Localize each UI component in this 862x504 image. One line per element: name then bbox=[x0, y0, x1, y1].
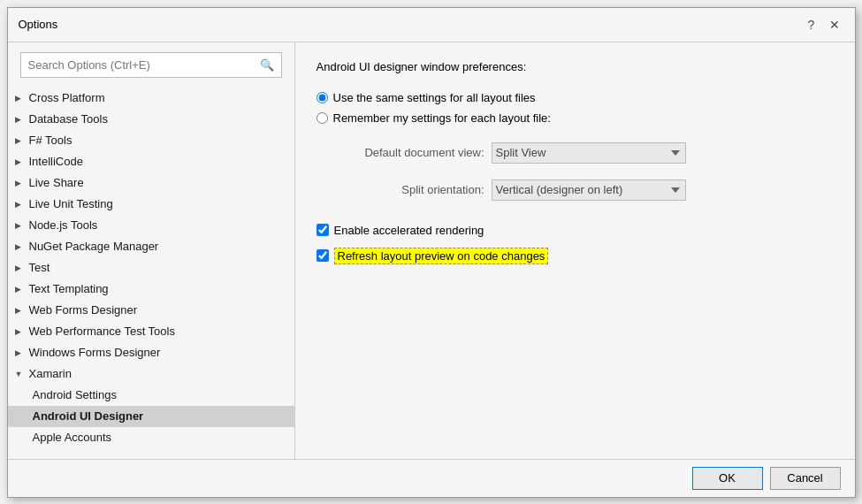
tree-item-label: Database Tools bbox=[29, 111, 108, 128]
tree-item-web-performance-test-tools[interactable]: ▶ Web Performance Test Tools bbox=[8, 321, 294, 342]
radio-item-remember-settings[interactable]: Remember my settings for each layout fil… bbox=[317, 111, 834, 125]
tree-item-label: Cross Platform bbox=[29, 89, 105, 107]
arrow-icon: ▶ bbox=[15, 132, 27, 149]
tree-item-label: Android UI Designer bbox=[33, 408, 144, 425]
title-bar-right: ? ✕ bbox=[802, 15, 844, 34]
section-title: Android UI designer window preferences: bbox=[317, 60, 834, 73]
tree-item-fsharp-tools[interactable]: ▶ F# Tools bbox=[8, 130, 294, 151]
search-input[interactable] bbox=[28, 58, 260, 72]
arrow-icon: ▶ bbox=[15, 153, 27, 171]
arrow-icon: ▶ bbox=[15, 217, 27, 234]
cancel-button[interactable]: Cancel bbox=[770, 467, 841, 490]
tree-item-web-forms-designer[interactable]: ▶ Web Forms Designer bbox=[8, 300, 294, 321]
tree-item-android-ui-designer[interactable]: Android UI Designer bbox=[8, 406, 294, 427]
radio-same-settings-label: Use the same settings for all layout fil… bbox=[333, 91, 536, 104]
tree-item-xamarin[interactable]: ▼ Xamarin bbox=[8, 363, 294, 385]
checkbox-refresh-preview[interactable] bbox=[317, 249, 329, 262]
checkbox-accelerated-rendering-label: Enable accelerated rendering bbox=[334, 224, 484, 237]
arrow-icon: ▶ bbox=[15, 344, 27, 362]
checkbox-accelerated-rendering[interactable] bbox=[317, 224, 329, 236]
dropdown-row-split-orientation: Split orientation: Vertical (designer on… bbox=[334, 179, 834, 201]
search-container: 🔍 bbox=[8, 42, 294, 88]
search-icon: 🔍 bbox=[260, 58, 274, 72]
checkbox-refresh-preview-label: Refresh layout preview on code changes bbox=[334, 248, 549, 264]
arrow-icon: ▶ bbox=[15, 111, 27, 128]
arrow-icon: ▶ bbox=[15, 259, 27, 277]
dialog-title: Options bbox=[19, 18, 58, 31]
radio-same-settings[interactable] bbox=[317, 92, 328, 103]
arrow-icon: ▶ bbox=[15, 174, 27, 192]
arrow-icon: ▶ bbox=[15, 323, 27, 340]
tree-item-label: Live Unit Testing bbox=[29, 195, 113, 213]
arrow-icon: ▶ bbox=[15, 195, 27, 213]
close-button[interactable]: ✕ bbox=[825, 15, 844, 34]
tree-item-intellicode[interactable]: ▶ IntelliCode bbox=[8, 151, 294, 172]
right-panel: Android UI designer window preferences: … bbox=[295, 42, 855, 459]
help-button[interactable]: ? bbox=[802, 15, 821, 34]
tree-item-windows-forms-designer[interactable]: ▶ Windows Forms Designer bbox=[8, 342, 294, 363]
left-panel: 🔍 ▶ Cross Platform ▶ Database Tools ▶ F#… bbox=[8, 42, 295, 459]
tree-view: ▶ Cross Platform ▶ Database Tools ▶ F# T… bbox=[8, 88, 294, 459]
tree-item-label: IntelliCode bbox=[29, 153, 83, 171]
tree-item-text-templating[interactable]: ▶ Text Templating bbox=[8, 279, 294, 300]
checkbox-row-refresh-preview[interactable]: Refresh layout preview on code changes bbox=[317, 248, 834, 264]
tree-item-label: NuGet Package Manager bbox=[29, 238, 159, 256]
arrow-icon: ▶ bbox=[15, 302, 27, 319]
radio-group: Use the same settings for all layout fil… bbox=[317, 91, 834, 125]
checkbox-row-accelerated-rendering[interactable]: Enable accelerated rendering bbox=[317, 224, 834, 237]
dropdown-default-view[interactable]: Split View Design View Source View bbox=[492, 142, 686, 164]
tree-item-label: Live Share bbox=[29, 174, 84, 192]
tree-item-live-share[interactable]: ▶ Live Share bbox=[8, 172, 294, 194]
radio-remember-settings-label: Remember my settings for each layout fil… bbox=[333, 111, 551, 125]
tree-item-label: Windows Forms Designer bbox=[29, 344, 161, 362]
radio-remember-settings[interactable] bbox=[317, 112, 328, 124]
tree-item-android-settings[interactable]: Android Settings bbox=[8, 385, 294, 406]
title-bar-left: Options bbox=[19, 18, 58, 31]
tree-item-label: Text Templating bbox=[29, 280, 109, 298]
tree-item-test[interactable]: ▶ Test bbox=[8, 257, 294, 279]
dropdown-label-default-view: Default document view: bbox=[334, 146, 484, 159]
tree-item-label: Test bbox=[29, 259, 50, 277]
arrow-icon: ▶ bbox=[15, 89, 27, 107]
arrow-icon: ▼ bbox=[15, 365, 27, 383]
tree-item-label: Apple Accounts bbox=[33, 429, 112, 447]
tree-item-live-unit-testing[interactable]: ▶ Live Unit Testing bbox=[8, 194, 294, 215]
tree-item-label: Node.js Tools bbox=[29, 217, 98, 234]
dropdown-split-orientation[interactable]: Vertical (designer on left) Horizontal (… bbox=[492, 179, 686, 201]
title-bar: Options ? ✕ bbox=[8, 8, 855, 42]
tree-item-nodejs-tools[interactable]: ▶ Node.js Tools bbox=[8, 215, 294, 236]
radio-item-same-settings[interactable]: Use the same settings for all layout fil… bbox=[317, 91, 834, 104]
ok-button[interactable]: OK bbox=[692, 467, 763, 490]
arrow-icon: ▶ bbox=[15, 238, 27, 256]
tree-item-apple-accounts[interactable]: Apple Accounts bbox=[8, 427, 294, 448]
tree-item-label: Web Forms Designer bbox=[29, 302, 138, 319]
tree-item-label: Xamarin bbox=[29, 365, 72, 383]
tree-item-label: F# Tools bbox=[29, 132, 72, 149]
tree-item-label: Web Performance Test Tools bbox=[29, 323, 175, 340]
dialog-body: 🔍 ▶ Cross Platform ▶ Database Tools ▶ F#… bbox=[8, 42, 855, 459]
tree-item-cross-platform[interactable]: ▶ Cross Platform bbox=[8, 88, 294, 109]
arrow-icon: ▶ bbox=[15, 280, 27, 298]
tree-item-nuget[interactable]: ▶ NuGet Package Manager bbox=[8, 236, 294, 257]
tree-item-database-tools[interactable]: ▶ Database Tools bbox=[8, 109, 294, 130]
dropdown-row-default-view: Default document view: Split View Design… bbox=[334, 142, 834, 164]
options-dialog: Options ? ✕ 🔍 ▶ Cross Platform bbox=[7, 7, 856, 498]
tree-item-label: Android Settings bbox=[33, 386, 117, 404]
dialog-footer: OK Cancel bbox=[8, 459, 855, 497]
dropdown-label-split-orientation: Split orientation: bbox=[334, 183, 484, 196]
search-box: 🔍 bbox=[20, 52, 282, 78]
